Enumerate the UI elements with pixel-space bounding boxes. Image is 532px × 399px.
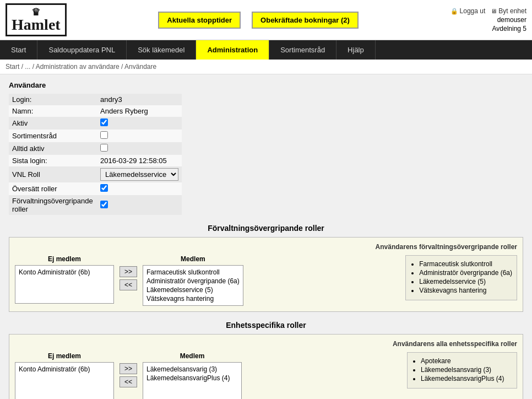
table-row: Aktiv [9, 117, 182, 130]
value-login: andry3 [97, 94, 182, 105]
label-forvaltning: Förvaltningsövergripande roller [9, 195, 97, 215]
label-aktiv: Aktiv [9, 117, 97, 130]
switch-device-link[interactable]: Byt enhet [491, 7, 526, 15]
list-item: Vätskevagns hantering [145, 294, 241, 303]
enhetsspecifika-ej-col: Ej medlem Konto Administratör (6b) [15, 352, 114, 399]
list-item: Konto Administratör (6b) [18, 365, 111, 374]
checkbox-aktiv[interactable] [100, 118, 108, 126]
top-right-area: Logga ut Byt enhet demouser Avdelning 5 [450, 7, 526, 33]
enhetsspecifika-add-button[interactable]: >> [120, 363, 137, 374]
list-item: Vätskevagns hantering [419, 287, 512, 294]
value-namn: Anders Ryberg [97, 105, 182, 117]
checkbox-sortimentsrad[interactable] [100, 131, 108, 139]
logo: ♛ Hamlet [6, 3, 67, 36]
top-links: Logga ut Byt enhet [450, 7, 526, 15]
forvaltning-ej-label: Ej medlem [15, 255, 114, 263]
value-alltid-aktiv [97, 142, 182, 155]
nav-administration[interactable]: Administration [196, 40, 269, 60]
list-item: Läkemedelsansvarig (3) [421, 366, 512, 374]
enhetsspecifika-user-roles-panel: Apotekare Läkemedelsansvarig (3) Läkemed… [407, 352, 517, 389]
label-oversatt: Översätt roller [9, 182, 97, 195]
checkbox-alltid-aktiv[interactable] [100, 144, 108, 152]
list-item: Administratör övergripande (6a) [419, 269, 512, 277]
table-row: VNL Roll Läkemedelsservice Administratör… [9, 166, 182, 182]
enhetsspecifika-user-roles-list: Apotekare Läkemedelsansvarig (3) Läkemed… [412, 357, 512, 382]
value-forvaltning [97, 195, 182, 215]
label-vnl-roll: VNL Roll [9, 166, 97, 182]
enhetsspecifika-remove-button[interactable]: << [120, 376, 137, 387]
list-item: Administratör övergripande (6a) [145, 277, 241, 285]
forvaltning-section: Förvaltningsövergripande roller Användar… [9, 224, 523, 312]
forvaltning-medlem-label: Medlem [143, 255, 243, 263]
nav-bar: Start Saldouppdatera PNL Sök läkemedel A… [0, 40, 532, 60]
nav-start[interactable]: Start [0, 40, 37, 60]
user-table: Login: andry3 Namn: Anders Ryberg Aktiv … [9, 94, 182, 215]
nav-hjalp[interactable]: Hjälp [336, 40, 376, 60]
forvaltning-ej-listbox[interactable]: Konto Administratör (6b) [15, 265, 114, 304]
stopptider-button[interactable]: Aktuella stopptider [158, 12, 241, 29]
logo-text: ♛ Hamlet [6, 3, 67, 36]
nav-saldo[interactable]: Saldouppdatera PNL [37, 40, 127, 60]
checkbox-forvaltning[interactable] [100, 201, 108, 208]
nav-sok[interactable]: Sök läkemedel [127, 40, 196, 60]
value-sortimentsrad [97, 130, 182, 142]
value-vnl-roll: Läkemedelsservice Administratör Apotekar… [97, 166, 182, 182]
list-item: Konto Administratör (6b) [18, 268, 111, 277]
forvaltning-ej-col: Ej medlem Konto Administratör (6b) [15, 255, 114, 304]
list-item: Apotekare [421, 357, 512, 365]
bokningar-button[interactable]: Obekräftade bokningar (2) [252, 12, 359, 29]
list-item: Läkemedelsservice (5) [419, 278, 512, 285]
table-row: Översätt roller [9, 182, 182, 195]
table-row: Förvaltningsövergripande roller [9, 195, 182, 215]
top-bar: ♛ Hamlet Aktuella stopptider Obekräftade… [0, 0, 532, 40]
breadcrumb: Start / ... / Administration av användar… [0, 60, 532, 74]
lock-icon [450, 7, 458, 15]
username-label: demouser [497, 16, 526, 24]
user-form: Användare Login: andry3 Namn: Anders Ryb… [9, 81, 523, 215]
value-aktiv [97, 117, 182, 130]
forvaltning-title: Förvaltningsövergripande roller [9, 224, 523, 233]
forvaltning-remove-button[interactable]: << [120, 279, 137, 290]
forvaltning-user-roles-panel: Farmaceutisk slutkontroll Administratör … [405, 255, 517, 300]
list-item: LäkemedelsansvarigPlus (4) [145, 374, 239, 382]
list-item: Läkemedelsansvarig (3) [145, 365, 239, 374]
table-row: Login: andry3 [9, 94, 182, 105]
enhetsspecifika-ej-listbox[interactable]: Konto Administratör (6b) [15, 362, 114, 399]
list-item: Läkemedelsservice (5) [145, 285, 241, 294]
enhetsspecifika-section: Enhetsspecifika roller Användarens alla … [9, 321, 523, 399]
table-row: Namn: Anders Ryberg [9, 105, 182, 117]
table-row: Sista login: 2016-03-29 12:58:05 [9, 155, 182, 166]
department-label: Avdelning 5 [492, 25, 527, 33]
label-alltid-aktiv: Alltid aktiv [9, 142, 97, 155]
enhetsspecifika-title: Enhetsspecifika roller [9, 321, 523, 330]
forvaltning-medlem-listbox[interactable]: Farmaceutisk slutkontroll Administratör … [143, 265, 243, 306]
enhetsspecifika-box: Användarens alla enhetsspecifika roller … [9, 334, 523, 399]
forvaltning-columns: Ej medlem Konto Administratör (6b) >> <<… [15, 255, 517, 306]
value-sista-login: 2016-03-29 12:58:05 [97, 155, 182, 166]
table-row: Sortimentsråd [9, 130, 182, 142]
forvaltning-user-roles-list: Farmaceutisk slutkontroll Administratör … [410, 260, 512, 294]
enhetsspecifika-arrows: >> << [120, 352, 137, 387]
enhetsspecifika-medlem-label: Medlem [143, 352, 242, 360]
enhetsspecifika-medlem-col: Medlem Läkemedelsansvarig (3) Läkemedels… [143, 352, 242, 399]
enhetsspecifika-medlem-listbox[interactable]: Läkemedelsansvarig (3) Läkemedelsansvari… [143, 362, 242, 399]
crown-icon: ♛ [12, 6, 61, 18]
content-area: Användare Login: andry3 Namn: Anders Ryb… [0, 74, 532, 399]
enhetsspecifika-box-header: Användarens alla enhetsspecifika roller [15, 340, 517, 348]
value-oversatt [97, 182, 182, 195]
label-login: Login: [9, 94, 97, 105]
forvaltning-medlem-col: Medlem Farmaceutisk slutkontroll Adminis… [143, 255, 243, 306]
label-namn: Namn: [9, 105, 97, 117]
list-item: LäkemedelsansvarigPlus (4) [421, 375, 512, 382]
label-sista-login: Sista login: [9, 155, 97, 166]
label-sortimentsrad: Sortimentsråd [9, 130, 97, 142]
vnl-roll-select[interactable]: Läkemedelsservice Administratör Apotekar… [100, 168, 178, 181]
logout-link[interactable]: Logga ut [450, 7, 486, 15]
forvaltning-add-button[interactable]: >> [120, 266, 137, 277]
forvaltning-arrows: >> << [120, 255, 137, 290]
nav-sortimentsrad[interactable]: Sortimentsråd [269, 40, 336, 60]
table-row: Alltid aktiv [9, 142, 182, 155]
forvaltning-box-header: Användarens förvaltningsövergripande rol… [15, 243, 517, 251]
enhetsspecifika-columns: Ej medlem Konto Administratör (6b) >> <<… [15, 352, 517, 399]
checkbox-oversatt[interactable] [100, 184, 108, 192]
